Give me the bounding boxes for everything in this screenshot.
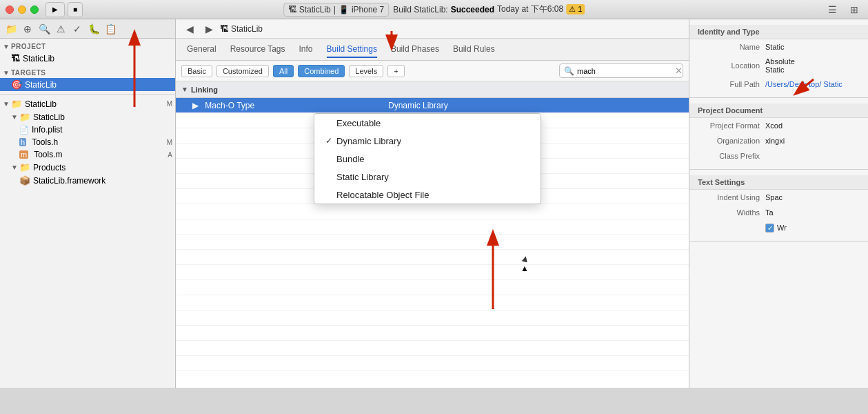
empty-row-12 <box>176 280 689 295</box>
inspector-indent-row: Indent Using Spac <box>689 190 868 205</box>
tab-resource-tags[interactable]: Resource Tags <box>230 41 285 58</box>
sidebar-nav-test[interactable]: ✓ <box>69 21 85 37</box>
products-disclosure[interactable]: ▼ <box>11 164 18 171</box>
phone-icon: 📱 <box>339 5 349 14</box>
device-selector[interactable]: 🏗 StaticLib | 📱 iPhone 7 <box>283 3 390 17</box>
dynamic-check: ✓ <box>325 136 336 146</box>
mach-o-type-row[interactable]: ▶ Mach-O Type Dynamic Library <box>176 98 689 113</box>
all-filter-button[interactable]: All <box>273 65 294 77</box>
linking-label: Linking <box>191 86 218 94</box>
project-format-label: Project Format <box>698 121 760 130</box>
widths-label: Widths <box>698 208 760 217</box>
list-icon[interactable]: ☰ <box>824 1 840 18</box>
row-disclosure-icon[interactable]: ▶ <box>192 101 199 110</box>
dropdown-item-bundle[interactable]: Bundle <box>314 150 541 168</box>
name-label: Name <box>698 43 760 51</box>
full-path-value: /Users/Desk top/ Static <box>765 80 860 88</box>
prefix-label: Class Prefix <box>698 152 760 160</box>
sidebar-item-products[interactable]: ▼ 📁 Products <box>0 161 175 174</box>
root-label: StaticLib <box>25 99 57 109</box>
dropdown-item-executable[interactable]: Executable <box>314 114 541 132</box>
plist-icon: 📄 <box>19 126 29 135</box>
empty-row-13 <box>176 295 689 310</box>
dropdown-item-static-library[interactable]: Static Library <box>314 168 541 186</box>
linking-section-header[interactable]: ▼ Linking <box>176 81 689 98</box>
wrap-checkbox[interactable]: ✓ <box>765 224 774 233</box>
sidebar-nav-debug[interactable]: 🐛 <box>85 21 102 37</box>
forward-button[interactable]: ▶ <box>201 21 217 37</box>
sidebar-nav-report[interactable]: 📋 <box>102 21 119 37</box>
tab-build-rules[interactable]: Build Rules <box>453 41 495 58</box>
sidebar-item-staticlib-group[interactable]: ▼ 📁 StaticLib <box>0 110 175 124</box>
location-value: Absolute <box>765 57 860 66</box>
sidebar-item-staticlib-target[interactable]: 🎯 StaticLib <box>0 78 175 91</box>
sidebar-item-staticlib-root[interactable]: ▼ 📁 StaticLib M <box>0 97 175 110</box>
relocatable-check <box>325 190 336 199</box>
tab-info[interactable]: Info <box>299 41 313 58</box>
full-path-label: Full Path <box>698 80 760 88</box>
dropdown-item-relocatable[interactable]: Relocatable Object File <box>314 186 541 204</box>
group-disclosure[interactable]: ▼ <box>11 113 18 121</box>
back-button[interactable]: ◀ <box>181 21 198 37</box>
warning-badge[interactable]: ⚠ 1 <box>566 4 585 14</box>
sidebar-nav-search[interactable]: 🔍 <box>36 21 52 37</box>
minimize-button[interactable] <box>18 6 26 14</box>
customized-filter-button[interactable]: Customized <box>216 65 269 77</box>
header-icon: h <box>19 138 26 146</box>
combined-filter-button[interactable]: Combined <box>298 65 345 77</box>
build-succeeded-label: Succeeded <box>451 5 494 14</box>
project-icon: 🏗 <box>11 53 20 63</box>
close-button[interactable] <box>6 6 14 14</box>
levels-filter-button[interactable]: Levels <box>349 65 383 77</box>
inspector-widths-row: Widths Ta <box>689 205 868 220</box>
sidebar-item-toolsh[interactable]: h Tools.h M <box>0 136 175 148</box>
empty-row-17 <box>176 356 689 371</box>
targets-disclosure-icon[interactable]: ▼ <box>3 69 10 77</box>
sidebar-item-staticlib-project[interactable]: 🏗 StaticLib <box>0 52 175 65</box>
toolsm-badge: A <box>168 151 172 159</box>
tab-build-settings[interactable]: Build Settings <box>327 41 377 58</box>
content-area: ◀ ▶ 🏗 StaticLib General Resource Tags In… <box>176 19 689 388</box>
wrap-value: Wr <box>777 224 787 232</box>
framework-icon: 📦 <box>19 175 30 186</box>
org-value: xingxi <box>765 137 860 145</box>
breadcrumb-bar: ◀ ▶ 🏗 StaticLib <box>176 19 689 39</box>
org-label: Organization <box>698 137 760 145</box>
executable-label: Executable <box>336 118 381 128</box>
fullscreen-button[interactable] <box>30 6 39 14</box>
device-name: iPhone 7 <box>352 5 384 14</box>
search-clear-button[interactable]: ✕ <box>675 66 683 76</box>
tab-general[interactable]: General <box>187 41 216 58</box>
sidebar-nav-warning[interactable]: ⚠ <box>52 21 69 37</box>
empty-row-14 <box>176 310 689 326</box>
toolsm-label: Tools.m <box>34 150 62 159</box>
sidebar-item-infoplist[interactable]: 📄 Info.plist <box>0 124 175 136</box>
run-button[interactable]: ▶ <box>46 2 65 17</box>
inspector-name-row: Name Static <box>689 39 868 55</box>
panel-icon[interactable]: ⊞ <box>846 1 862 18</box>
sidebar-nav-folder[interactable]: 📁 <box>3 21 19 37</box>
disclosure-icon[interactable]: ▼ <box>3 43 10 50</box>
linking-disclosure-icon[interactable]: ▼ <box>181 86 188 93</box>
stop-button[interactable]: ■ <box>68 2 83 17</box>
root-disclosure[interactable]: ▼ <box>3 100 10 108</box>
empty-row-16 <box>176 341 689 356</box>
basic-filter-button[interactable]: Basic <box>181 65 212 77</box>
sidebar-item-toolsm[interactable]: m Tools.m A <box>0 148 175 161</box>
sidebar-nav-git[interactable]: ⊕ <box>19 21 36 37</box>
sidebar-item-framework[interactable]: 📦 StaticLib.framework <box>0 174 175 187</box>
sidebar-project-header: ▼ PROJECT <box>0 41 175 52</box>
inspector-location-row: Location Absolute Static <box>689 55 868 77</box>
tab-build-phases[interactable]: Build Phases <box>391 41 439 58</box>
project-doc-title: Project Document <box>689 103 868 118</box>
title-bar-center: 🏗 StaticLib | 📱 iPhone 7 Build StaticLib… <box>283 3 585 17</box>
dropdown-item-dynamic-library[interactable]: ✓ Dynamic Library <box>314 132 541 150</box>
empty-row-7 <box>176 204 689 219</box>
identity-section-title: Identity and Type <box>689 25 868 39</box>
executable-check <box>325 118 336 128</box>
search-input[interactable] <box>577 67 672 75</box>
project-format-value: Xcod <box>765 121 860 130</box>
group-label: StaticLib <box>33 112 65 122</box>
add-filter-button[interactable]: + <box>387 65 404 77</box>
root-folder-icon: 📁 <box>11 99 22 109</box>
